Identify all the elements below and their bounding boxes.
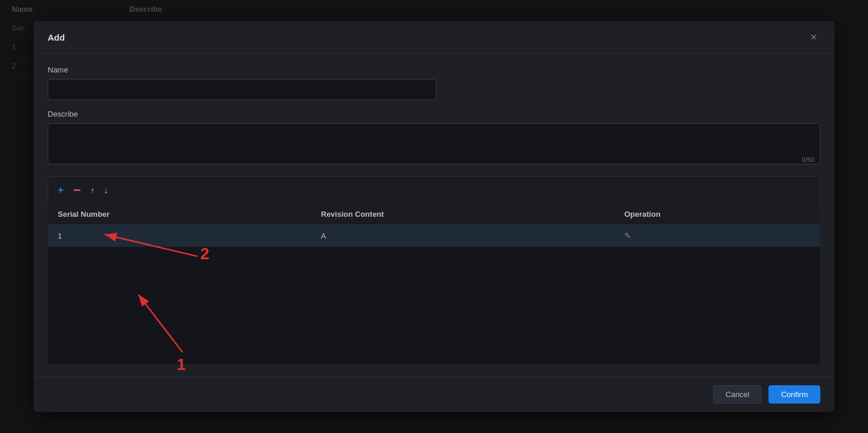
cell-content: A (312, 225, 615, 247)
empty-row (48, 247, 820, 365)
dialog-header: Add × (34, 21, 834, 54)
cancel-button[interactable]: Cancel (713, 385, 761, 404)
move-down-button[interactable]: ↓ (101, 185, 110, 196)
add-row-button[interactable]: + (55, 184, 67, 197)
col-operation: Operation (615, 204, 820, 225)
close-button[interactable]: × (807, 31, 820, 44)
edit-icon[interactable]: ✎ (624, 231, 631, 240)
name-form-group: Name (48, 65, 820, 100)
dialog-body: Name Describe 0/50 + − ↑ ↓ (34, 54, 834, 376)
add-dialog: Add × Name Describe 0/50 + − ↑ (34, 21, 834, 412)
modal-overlay: Add × Name Describe 0/50 + − ↑ (0, 0, 868, 433)
remove-row-button[interactable]: − (71, 183, 84, 198)
describe-label: Describe (48, 110, 820, 118)
describe-textarea-wrap: 0/50 (48, 123, 820, 167)
name-input[interactable] (48, 79, 436, 100)
table-row: 1 A ✎ (48, 225, 820, 247)
confirm-button[interactable]: Confirm (768, 385, 820, 404)
col-revision-content: Revision Content (312, 204, 615, 225)
col-serial-number: Serial Number (48, 204, 312, 225)
revision-table: Serial Number Revision Content Operation… (48, 204, 820, 365)
dialog-footer: Cancel Confirm (34, 376, 834, 412)
dialog-title: Add (48, 32, 65, 42)
cell-serial: 1 (48, 225, 312, 247)
describe-textarea[interactable] (48, 123, 820, 164)
describe-form-group: Describe 0/50 (48, 110, 820, 167)
cell-operation: ✎ (615, 225, 820, 247)
table-toolbar: + − ↑ ↓ (48, 176, 820, 204)
char-count: 0/50 (802, 156, 814, 163)
empty-cell (48, 247, 820, 365)
move-up-button[interactable]: ↑ (88, 185, 97, 196)
name-label: Name (48, 65, 820, 74)
